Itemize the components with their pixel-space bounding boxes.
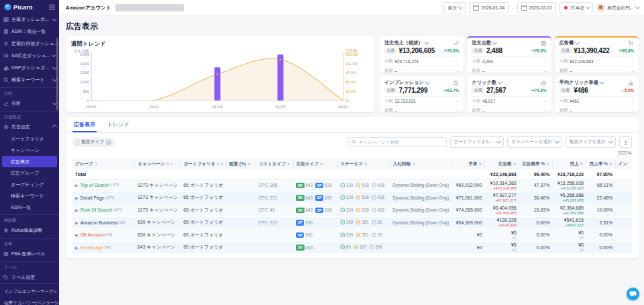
table-header-cell[interactable]: 広告費⇅: [485, 159, 519, 169]
sidebar-item[interactable]: 定期お得便ダッシュ...: [0, 38, 59, 50]
user-menu[interactable]: 株 株式会社PL..: [596, 3, 639, 12]
sort-icon[interactable]: ⇅: [320, 162, 323, 166]
sort-icon[interactable]: ⇅: [217, 162, 220, 166]
filter-dropdown[interactable]: 配置タイプを選択: [566, 136, 616, 148]
chevron-down-icon[interactable]: [575, 40, 579, 44]
search-icon: [352, 140, 356, 144]
table-header-cell[interactable]: ステータス⇅: [337, 159, 390, 169]
kpi-sub-value: ¥461: [570, 99, 579, 103]
sidebar-item-sub[interactable]: ASIN一覧: [0, 202, 59, 213]
chevron-down-icon[interactable]: [425, 79, 429, 83]
download-button[interactable]: [619, 136, 632, 148]
chevron-down-icon: [555, 139, 559, 143]
sidebar-item[interactable]: 全体ダッシュボ...: [0, 13, 59, 26]
filter-dropdown[interactable]: ポートフォリオを...: [450, 136, 504, 148]
filter-icon[interactable]: ≡: [221, 162, 223, 166]
table-row[interactable]: ▶Top of Search12731273 キャンペーン65 ポートフォリオC…: [72, 179, 632, 192]
sort-icon[interactable]: ⇅: [546, 162, 549, 166]
sidebar-external-link[interactable]: 在庫リカバリー(ベンダー)⧉: [0, 298, 59, 305]
group-name[interactable]: Rest Of Search: [80, 208, 113, 212]
sort-icon[interactable]: ⇅: [166, 162, 170, 166]
group-name[interactable]: Amazon Business: [80, 220, 118, 225]
table-header-cell[interactable]: 広告タイプ⇅: [293, 159, 337, 169]
sidebar-item[interactable]: Rufus簡単診断: [0, 224, 59, 236]
table-row[interactable]: ▶Rest Of Search12731273 キャンペーン65 ポートフォリオ…: [72, 204, 632, 217]
table-header-cell[interactable]: コストタイプ⇅: [256, 159, 293, 169]
group-name[interactable]: Off Amazon: [80, 232, 105, 237]
expand-row-icon[interactable]: ▶: [75, 221, 78, 225]
sort-icon[interactable]: ⇅: [412, 162, 415, 166]
table-row[interactable]: ▶Homepage643643 キャンペーン50 ポートフォリオSB643801…: [72, 241, 632, 254]
table-header-cell[interactable]: 売上⇅: [552, 159, 586, 169]
sidebar-item[interactable]: 分析: [0, 97, 59, 110]
menu-toggle-icon[interactable]: [49, 5, 55, 9]
gear-icon[interactable]: ⚙: [95, 162, 98, 166]
expand-row-icon[interactable]: ▶: [75, 183, 78, 187]
sidebar-item[interactable]: DSPダッシュボ...: [0, 62, 59, 74]
sidebar-item-active[interactable]: 広告表示: [2, 156, 57, 167]
group-by-chip[interactable]: 配置タイプ: [72, 138, 115, 147]
table-header-cell[interactable]: 予算⇅: [451, 159, 484, 169]
expand-row-icon[interactable]: ▶: [75, 196, 78, 200]
chevron-down-icon[interactable]: [600, 79, 604, 83]
table-header-cell[interactable]: グループ⚙: [72, 159, 135, 169]
sort-icon[interactable]: ⇅: [513, 162, 517, 166]
account-select-redacted[interactable]: [115, 4, 184, 11]
sort-icon[interactable]: ⇅: [364, 162, 368, 166]
sidebar-item-sub[interactable]: キャンペーン: [0, 144, 59, 156]
date-to-input[interactable]: 2026-02-01: [517, 2, 557, 13]
expand-row-icon[interactable]: ▶: [75, 233, 78, 237]
table-header-cell[interactable]: キャンペーン⇅≡: [135, 159, 180, 169]
table-header-cell[interactable]: イン: [615, 159, 632, 169]
tab-inactive[interactable]: トレンド: [106, 120, 131, 132]
table-row[interactable]: ▶Detail Page12731273 キャンペーン65 ポートフォリオCPC…: [72, 191, 632, 204]
chat-button[interactable]: [627, 288, 639, 300]
gear-icon: [3, 124, 9, 130]
sidebar-item[interactable]: FBA 在庫レベル: [0, 248, 59, 260]
table-header-cell[interactable]: ポートフォリオ⇅≡: [180, 159, 226, 169]
close-icon[interactable]: [106, 140, 111, 145]
sidebar-item[interactable]: 検索キーワード: [0, 74, 59, 86]
sidebar-item-sub[interactable]: 広告グループ: [0, 167, 59, 179]
tab-active[interactable]: 広告表示: [72, 120, 97, 132]
filter-row: 配置タイプ ポートフォリオを...キャンペーンを選択配置タイプを選択: [72, 136, 632, 148]
expand-row-icon[interactable]: ▶: [75, 246, 78, 250]
sidebar-external-link[interactable]: インフルエンサーマーケ⧉: [0, 286, 59, 298]
sidebar-item-sub[interactable]: 検索キーワード: [0, 190, 59, 202]
chevron-down-icon[interactable]: [492, 40, 496, 44]
table-row[interactable]: ▶Amazon Business630630 キャンペーン65 ポートフォリオC…: [72, 216, 632, 229]
search-input[interactable]: [358, 139, 443, 145]
group-count: 1273: [106, 195, 114, 200]
campaign-search[interactable]: [347, 137, 447, 147]
filter-icon[interactable]: ≡: [170, 162, 172, 166]
sidebar-item[interactable]: ラベル設定: [0, 271, 59, 284]
sort-icon[interactable]: ⇅: [248, 162, 251, 166]
kpi-change: ↓-5.0%: [621, 88, 634, 93]
sort-icon[interactable]: ⇅: [478, 162, 482, 166]
sidebar-item[interactable]: ASIN：商品一覧: [0, 26, 59, 38]
sort-icon[interactable]: ⇅: [609, 162, 612, 166]
date-from-input[interactable]: 2026-01-04: [469, 2, 508, 13]
sidebar-item-sub[interactable]: ターゲティング: [0, 179, 59, 190]
chevron-down-icon[interactable]: [498, 79, 502, 83]
filter-dropdown[interactable]: キャンペーンを選択: [507, 136, 562, 148]
group-name[interactable]: Homepage: [80, 245, 103, 250]
table-header-cell[interactable]: 配置 (%)⇅: [226, 159, 256, 169]
sidebar-item[interactable]: SA広告ダッシュ...: [0, 50, 59, 62]
expand-row-icon[interactable]: ▶: [75, 208, 78, 212]
table-row[interactable]: ▶Off Amazon630630 キャンペーン65 ポートフォリオSP6302…: [72, 229, 632, 242]
sidebar-item[interactable]: 広告設定: [0, 121, 59, 133]
table-header-cell[interactable]: 入札戦略⇅: [390, 159, 451, 169]
sort-icon[interactable]: ⇅: [287, 162, 290, 166]
sidebar-item-sub[interactable]: ポートフォリオ: [0, 133, 59, 144]
period-select[interactable]: 週次: [443, 2, 466, 13]
group-name[interactable]: Detail Page: [80, 195, 105, 200]
table-header-cell[interactable]: 広告費率 %⇅: [519, 159, 553, 169]
sort-icon[interactable]: ⇅: [580, 162, 584, 166]
drag-handle-icon[interactable]: [76, 140, 77, 142]
group-name[interactable]: Top of Search: [80, 183, 109, 187]
sidebar-scrollbar[interactable]: [56, 38, 58, 110]
chevron-down-icon[interactable]: [425, 40, 429, 44]
language-select[interactable]: 日本語: [559, 2, 593, 13]
table-header-cell[interactable]: 売上率 %⇅: [586, 159, 615, 169]
